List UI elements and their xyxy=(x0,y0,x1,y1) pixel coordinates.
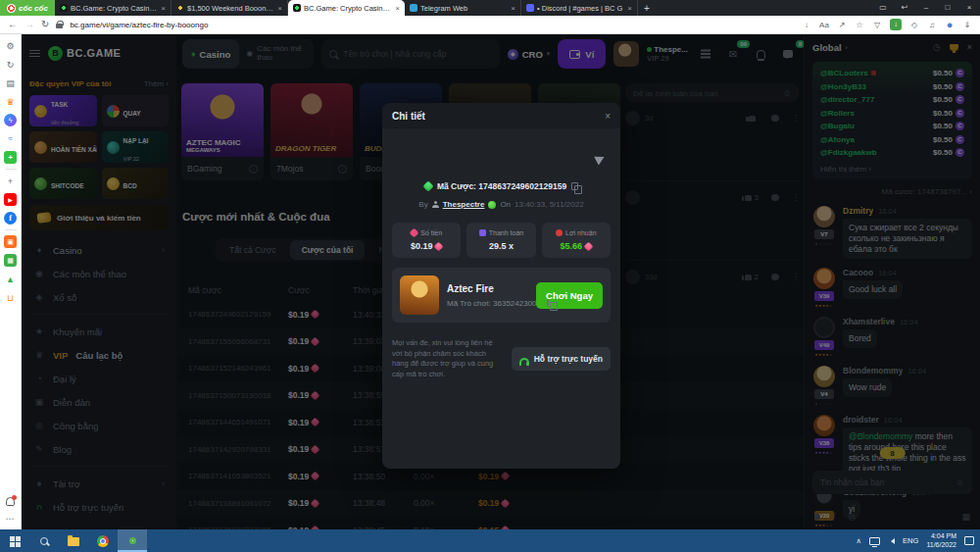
downloads-tray-icon[interactable]: ⇓ xyxy=(962,21,972,29)
action-center-icon[interactable] xyxy=(964,536,974,545)
translate-icon[interactable]: Aa xyxy=(819,21,829,29)
bet-details-modal: Chi tiết × Mã Cược: 1748637249602129159 … xyxy=(382,103,620,469)
bet-timestamp: 13:40:33, 5/11/2022 xyxy=(514,200,584,209)
tab-favicon xyxy=(176,4,184,12)
download-active-icon[interactable]: ↓ xyxy=(890,19,902,30)
more-icon[interactable]: ⋯ xyxy=(4,512,17,525)
coccoc-taskbar-button[interactable] xyxy=(118,529,147,552)
chrome-button[interactable] xyxy=(88,529,118,552)
windows-taskbar: ∧ ENG 4:04 PM 11/6/2022 xyxy=(0,529,980,552)
stat-icon xyxy=(556,229,563,236)
games-icon[interactable]: + xyxy=(4,151,17,164)
tab-close-icon[interactable]: × xyxy=(277,4,282,13)
extension-a-icon[interactable]: ◇ xyxy=(909,21,919,29)
coccoc-sidebar: ⚙↻▤♛ϟ≈++▶f▣▦▲⊔⋯ xyxy=(0,34,22,529)
support-text: Mọi vấn đề, xin vui lòng liên hệ với bộ … xyxy=(392,338,504,379)
headphones-icon xyxy=(519,358,529,364)
browser-tabstrip: cốc cốc BC.Game: Crypto Casino Gan × $1,… xyxy=(0,0,980,16)
new-tab-button[interactable]: + xyxy=(638,0,656,16)
profile-icon[interactable]: ● xyxy=(945,20,955,30)
tab-close-icon[interactable]: × xyxy=(395,4,400,13)
coccoc-logo-icon xyxy=(7,4,16,13)
verified-gem-icon xyxy=(422,180,433,191)
facebook-icon[interactable]: f xyxy=(4,212,17,225)
browser-tab[interactable]: Telegram Web × xyxy=(405,0,521,16)
send-icon[interactable]: ↗ xyxy=(837,21,847,29)
volume-icon[interactable] xyxy=(888,538,895,544)
copy-icon[interactable] xyxy=(547,299,549,307)
stat-label: Lợi nhuận xyxy=(565,229,596,236)
taskbar-search-button[interactable] xyxy=(29,529,59,552)
live-support-button[interactable]: Hỗ trợ trực tuyến xyxy=(512,347,611,371)
tab-close-icon[interactable]: × xyxy=(627,4,632,13)
tab-close-icon[interactable]: × xyxy=(161,4,166,13)
history-icon[interactable]: ↻ xyxy=(4,58,17,71)
bettor-username[interactable]: Thespectre xyxy=(443,200,485,209)
file-explorer-button[interactable] xyxy=(59,529,88,552)
youtube-icon[interactable]: ▶ xyxy=(4,193,17,206)
gift-icon[interactable]: ▦ xyxy=(4,254,17,267)
copy-icon[interactable] xyxy=(571,182,578,190)
tab-title: • Discord | #games | BC G xyxy=(537,4,624,13)
reload-icon[interactable]: ↻ xyxy=(41,20,49,29)
browser-tab[interactable]: BC.Game: Crypto Casino Gan × xyxy=(55,0,172,16)
hot-crown-icon[interactable]: ♛ xyxy=(4,95,17,108)
stat-label: Số tiền xyxy=(420,229,442,236)
network-icon[interactable] xyxy=(869,537,880,545)
url-text[interactable]: bc.game/vi/game/aztec-fire-by-booongo xyxy=(70,21,795,29)
aztec-fire-thumbnail[interactable] xyxy=(400,276,439,315)
add-shortcut-icon[interactable]: + xyxy=(4,175,17,187)
tab-close-icon[interactable]: × xyxy=(511,4,515,13)
maximize-button[interactable]: □ xyxy=(937,0,958,16)
media-icon[interactable]: ≈ xyxy=(4,132,17,145)
start-button[interactable] xyxy=(0,529,29,552)
share-icon[interactable] xyxy=(596,150,605,168)
browser-tab[interactable]: $1,500 Weekend Booongo M × xyxy=(172,0,288,16)
clock[interactable]: 4:04 PM 11/6/2022 xyxy=(926,532,956,549)
cart-icon[interactable]: ⊔ xyxy=(4,291,17,304)
divider[interactable] xyxy=(5,169,17,170)
close-button[interactable]: × xyxy=(958,0,980,16)
browser-tab[interactable]: • Discord | #games | BC G × xyxy=(521,0,638,16)
newsfeed-icon[interactable]: ▤ xyxy=(4,76,17,89)
stat-label: Thanh toán xyxy=(489,229,523,236)
settings-gear-icon[interactable]: ⚙ xyxy=(4,39,17,52)
game-name: Aztec Fire xyxy=(447,283,528,294)
divider[interactable] xyxy=(5,229,17,230)
forward-icon[interactable]: → xyxy=(24,20,34,29)
hat-icon[interactable]: ▲ xyxy=(4,273,17,285)
lock-icon[interactable] xyxy=(56,24,63,28)
shield-icon[interactable]: ▽ xyxy=(872,21,882,29)
game-id-label: Mã Trò chơi: 3635242300... xyxy=(447,299,543,308)
tab-title: BC.Game: Crypto Casino Gan xyxy=(304,4,392,13)
back-icon[interactable]: ← xyxy=(8,20,18,29)
tab-favicon xyxy=(293,4,301,12)
stat-icon xyxy=(410,228,419,238)
language-indicator[interactable]: ENG xyxy=(903,536,918,545)
session-restore-icon[interactable]: ↩ xyxy=(894,0,915,16)
stat-card: Số tiền $0.19 xyxy=(392,223,461,258)
by-label: By xyxy=(418,200,427,209)
screen: cốc cốc BC.Game: Crypto Casino Gan × $1,… xyxy=(0,0,980,552)
bet-id-label: Mã Cược: 1748637249602129159 xyxy=(437,181,566,191)
minimize-button[interactable]: – xyxy=(915,0,937,16)
modal-close-icon[interactable]: × xyxy=(605,111,611,122)
browser-tab[interactable]: BC.Game: Crypto Casino Gan × xyxy=(288,0,405,16)
spacer[interactable] xyxy=(4,310,17,491)
messenger-icon[interactable]: ϟ xyxy=(4,114,17,126)
tab-title: $1,500 Weekend Booongo M xyxy=(187,4,274,13)
stat-card: Lợi nhuận $5.66 xyxy=(542,223,611,258)
notification-bell-icon[interactable] xyxy=(6,497,15,506)
coccoc-brand-button[interactable]: cốc cốc xyxy=(0,0,55,16)
shop-icon[interactable]: ▣ xyxy=(4,235,17,248)
extension-b-icon[interactable]: ♫ xyxy=(927,21,937,29)
save-page-icon[interactable]: ↓ xyxy=(802,21,811,29)
tab-favicon xyxy=(60,4,68,12)
currency-gem-icon xyxy=(434,241,444,251)
tab-title: Telegram Web xyxy=(420,4,508,13)
bookmark-star-icon[interactable]: ☆ xyxy=(855,21,864,29)
tray-chevron-icon[interactable]: ∧ xyxy=(857,536,862,545)
frog-badge-icon xyxy=(488,201,496,209)
stat-value: 29.5 x xyxy=(489,241,514,251)
cast-icon[interactable]: ▭ xyxy=(872,0,894,16)
